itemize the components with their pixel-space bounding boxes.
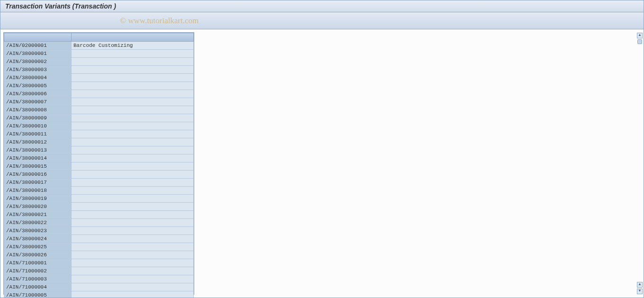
cell-description[interactable] (72, 122, 194, 130)
table-row[interactable]: /AIN/38000018 (4, 187, 194, 195)
cell-description[interactable] (72, 50, 194, 58)
table-row[interactable]: /AIN/38000024 (4, 235, 194, 243)
cell-description[interactable] (72, 291, 194, 298)
cell-description[interactable] (72, 251, 194, 259)
cell-description[interactable] (72, 154, 194, 163)
cell-transaction-code[interactable]: /AIN/71000001 (4, 259, 72, 267)
cell-transaction-code[interactable]: /AIN/38000015 (4, 163, 72, 171)
cell-transaction-code[interactable]: /AIN/38000014 (4, 154, 72, 163)
cell-transaction-code[interactable]: /AIN/38000006 (4, 90, 72, 98)
cell-transaction-code[interactable]: /AIN/38000013 (4, 146, 72, 154)
cell-transaction-code[interactable]: /AIN/38000023 (4, 227, 72, 235)
cell-description[interactable] (72, 74, 194, 82)
cell-description[interactable] (72, 138, 194, 146)
scroll-up-bottom-button[interactable]: ▲ (637, 282, 643, 288)
table-row[interactable]: /AIN/38000026 (4, 251, 194, 259)
cell-transaction-code[interactable]: /AIN/38000008 (4, 106, 72, 114)
cell-transaction-code[interactable]: /AIN/38000010 (4, 122, 72, 130)
cell-description[interactable] (72, 203, 194, 211)
table-row[interactable]: /AIN/38000009 (4, 114, 194, 122)
table-row[interactable]: /AIN/38000002 (4, 58, 194, 66)
table-row[interactable]: /AIN/38000008 (4, 106, 194, 114)
table-row[interactable]: /AIN/38000011 (4, 130, 194, 138)
cell-transaction-code[interactable]: /AIN/38000024 (4, 235, 72, 243)
cell-description[interactable] (72, 163, 194, 171)
table-row[interactable]: /AIN/38000020 (4, 203, 194, 211)
table-row[interactable]: /AIN/71000005 (4, 291, 194, 298)
cell-transaction-code[interactable]: /AIN/71000003 (4, 275, 72, 283)
cell-transaction-code[interactable]: /AIN/38000005 (4, 82, 72, 90)
cell-transaction-code[interactable]: /AIN/38000009 (4, 114, 72, 122)
cell-transaction-code[interactable]: /AIN/71000004 (4, 283, 72, 291)
table-row[interactable]: /AIN/71000004 (4, 283, 194, 291)
table-row[interactable]: /AIN/38000015 (4, 163, 194, 171)
cell-description[interactable] (72, 114, 194, 122)
cell-description[interactable] (72, 259, 194, 267)
cell-transaction-code[interactable]: /AIN/02000001 (4, 42, 72, 50)
table-row[interactable]: /AIN/38000003 (4, 66, 194, 74)
table-row[interactable]: /AIN/38000007 (4, 98, 194, 106)
table-row[interactable]: /AIN/38000019 (4, 195, 194, 203)
cell-transaction-code[interactable]: /AIN/38000003 (4, 66, 72, 74)
cell-transaction-code[interactable]: /AIN/38000011 (4, 130, 72, 138)
cell-description[interactable] (72, 283, 194, 291)
table-row[interactable]: /AIN/38000006 (4, 90, 194, 98)
table-row[interactable]: /AIN/71000002 (4, 267, 194, 275)
cell-transaction-code[interactable]: /AIN/38000004 (4, 74, 72, 82)
cell-description[interactable] (72, 90, 194, 98)
cell-description[interactable] (72, 235, 194, 243)
cell-transaction-code[interactable]: /AIN/38000020 (4, 203, 72, 211)
cell-description[interactable] (72, 219, 194, 227)
cell-description[interactable] (72, 179, 194, 187)
cell-transaction-code[interactable]: /AIN/38000026 (4, 251, 72, 259)
table-row[interactable]: /AIN/38000016 (4, 171, 194, 179)
cell-transaction-code[interactable]: /AIN/38000018 (4, 187, 72, 195)
cell-description[interactable] (72, 171, 194, 179)
cell-transaction-code[interactable]: /AIN/38000002 (4, 58, 72, 66)
cell-description[interactable] (72, 98, 194, 106)
cell-transaction-code[interactable]: /AIN/38000021 (4, 211, 72, 219)
scroll-down-button[interactable]: ▼ (637, 289, 643, 294)
table-row[interactable]: /AIN/38000014 (4, 154, 194, 163)
cell-description[interactable] (72, 275, 194, 283)
cell-description[interactable] (72, 146, 194, 154)
table-row[interactable]: /AIN/38000022 (4, 219, 194, 227)
column-header-desc[interactable] (72, 33, 194, 42)
cell-transaction-code[interactable]: /AIN/38000012 (4, 138, 72, 146)
table-row[interactable]: /AIN/38000025 (4, 243, 194, 251)
cell-description[interactable]: Barcode Customizing (72, 42, 194, 50)
table-row[interactable]: /AIN/71000001 (4, 259, 194, 267)
cell-transaction-code[interactable]: /AIN/38000016 (4, 171, 72, 179)
table-row[interactable]: /AIN/38000005 (4, 82, 194, 90)
table-row[interactable]: /AIN/38000012 (4, 138, 194, 146)
table-row[interactable]: /AIN/38000021 (4, 211, 194, 219)
vertical-scrollbar[interactable]: ▲ ▲ ▼ (636, 32, 644, 295)
cell-description[interactable] (72, 267, 194, 275)
table-row[interactable]: /AIN/02000001Barcode Customizing (4, 42, 194, 50)
cell-description[interactable] (72, 82, 194, 90)
cell-description[interactable] (72, 243, 194, 251)
cell-description[interactable] (72, 195, 194, 203)
cell-transaction-code[interactable]: /AIN/71000002 (4, 267, 72, 275)
cell-transaction-code[interactable]: /AIN/71000005 (4, 291, 72, 298)
cell-description[interactable] (72, 106, 194, 114)
cell-description[interactable] (72, 66, 194, 74)
table-row[interactable]: /AIN/38000023 (4, 227, 194, 235)
column-header-code[interactable] (4, 33, 72, 42)
cell-description[interactable] (72, 58, 194, 66)
cell-transaction-code[interactable]: /AIN/38000017 (4, 179, 72, 187)
cell-transaction-code[interactable]: /AIN/38000025 (4, 243, 72, 251)
scroll-thumb[interactable] (637, 39, 642, 44)
cell-description[interactable] (72, 211, 194, 219)
transaction-variants-table[interactable]: /AIN/02000001Barcode Customizing/AIN/380… (4, 33, 194, 298)
cell-description[interactable] (72, 130, 194, 138)
table-row[interactable]: /AIN/38000004 (4, 74, 194, 82)
table-row[interactable]: /AIN/38000017 (4, 179, 194, 187)
table-row[interactable]: /AIN/38000001 (4, 50, 194, 58)
cell-transaction-code[interactable]: /AIN/38000019 (4, 195, 72, 203)
cell-transaction-code[interactable]: /AIN/38000007 (4, 98, 72, 106)
scroll-up-button[interactable]: ▲ (637, 33, 643, 38)
cell-transaction-code[interactable]: /AIN/38000001 (4, 50, 72, 58)
table-row[interactable]: /AIN/38000013 (4, 146, 194, 154)
table-row[interactable]: /AIN/71000003 (4, 275, 194, 283)
